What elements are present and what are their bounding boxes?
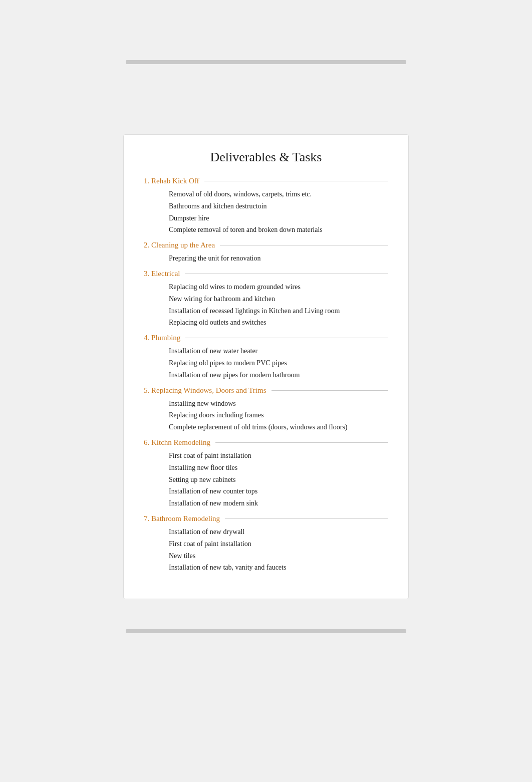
section-header-2: 2. Cleaning up the Area [144, 241, 388, 249]
section-2: 2. Cleaning up the AreaPreparing the uni… [144, 241, 388, 265]
task-list-3: Replacing old wires to modern grounded w… [144, 281, 388, 329]
task-item: Complete removal of toren and broken dow… [169, 224, 388, 236]
task-list-6: First coat of paint installationInstalli… [144, 450, 388, 509]
task-item: Installation of new counter tops [169, 485, 388, 497]
task-item: Replacing old wires to modern grounded w… [169, 281, 388, 293]
section-header-3: 3. Electrical [144, 270, 388, 278]
section-title-1: 1. Rehab Kick Off [144, 177, 199, 185]
task-list-5: Installing new windowsReplacing doors in… [144, 398, 388, 433]
task-item: New tiles [169, 550, 388, 562]
section-title-2: 2. Cleaning up the Area [144, 241, 215, 249]
section-6: 6. Kitchn RemodelingFirst coat of paint … [144, 438, 388, 509]
section-title-7: 7. Bathroom Remodeling [144, 514, 220, 523]
task-list-1: Removal of old doors, windows, carpets, … [144, 188, 388, 236]
task-item: Complete replacement of old trims (doors… [169, 421, 388, 433]
task-list-4: Installation of new water heaterReplacin… [144, 345, 388, 381]
section-4: 4. PlumbingInstallation of new water hea… [144, 334, 388, 381]
task-item: Installing new floor tiles [169, 462, 388, 474]
section-title-4: 4. Plumbing [144, 334, 180, 342]
page-title: Deliverables & Tasks [144, 150, 388, 165]
task-item: Replacing old pipes to modern PVC pipes [169, 357, 388, 369]
section-line-3 [185, 274, 388, 274]
task-item: Preparing the unit for renovation [169, 252, 388, 265]
task-item: First coat of paint installation [169, 538, 388, 550]
section-title-6: 6. Kitchn Remodeling [144, 438, 210, 447]
section-header-1: 1. Rehab Kick Off [144, 177, 388, 185]
task-item: Replacing doors including frames [169, 409, 388, 421]
section-header-5: 5. Replacing Windows, Doors and Trims [144, 386, 388, 395]
task-item: Installation of new pipes for modern bat… [169, 369, 388, 381]
task-item: Removal of old doors, windows, carpets, … [169, 188, 388, 200]
task-item: Installation of new drywall [169, 526, 388, 538]
task-item: Installing new windows [169, 398, 388, 410]
task-item: Bathrooms and kitchen destructoin [169, 200, 388, 212]
section-7: 7. Bathroom RemodelingInstallation of ne… [144, 514, 388, 574]
task-item: Installation of new modern sink [169, 497, 388, 509]
section-line-2 [220, 245, 388, 245]
task-item: Setting up new cabinets [169, 474, 388, 486]
main-content-card: Deliverables & Tasks 1. Rehab Kick OffRe… [123, 134, 409, 599]
task-item: Installation of recessed lightings in Ki… [169, 305, 388, 317]
task-item: Replacing old outlets and switches [169, 317, 388, 329]
section-header-7: 7. Bathroom Remodeling [144, 514, 388, 523]
section-header-4: 4. Plumbing [144, 334, 388, 342]
task-item: Installation of new tab, vanity and fauc… [169, 562, 388, 574]
task-item: New wiring for bathroom and kitchen [169, 293, 388, 305]
task-list-2: Preparing the unit for renovation [144, 252, 388, 265]
task-item: Installation of new water heater [169, 345, 388, 357]
top-decorative-bar [126, 60, 406, 64]
section-header-6: 6. Kitchn Remodeling [144, 438, 388, 447]
bottom-decorative-bar [126, 629, 406, 633]
section-3: 3. ElectricalReplacing old wires to mode… [144, 270, 388, 329]
section-title-5: 5. Replacing Windows, Doors and Trims [144, 386, 267, 395]
task-item: First coat of paint installation [169, 450, 388, 462]
section-5: 5. Replacing Windows, Doors and TrimsIns… [144, 386, 388, 433]
section-title-3: 3. Electrical [144, 270, 180, 278]
sections-container: 1. Rehab Kick OffRemoval of old doors, w… [144, 177, 388, 574]
task-list-7: Installation of new drywallFirst coat of… [144, 526, 388, 574]
section-line-4 [185, 338, 388, 338]
section-line-5 [272, 390, 388, 391]
section-1: 1. Rehab Kick OffRemoval of old doors, w… [144, 177, 388, 236]
section-line-1 [204, 181, 388, 181]
task-item: Dumpster hire [169, 212, 388, 224]
section-line-7 [225, 518, 388, 519]
section-line-6 [215, 442, 388, 443]
